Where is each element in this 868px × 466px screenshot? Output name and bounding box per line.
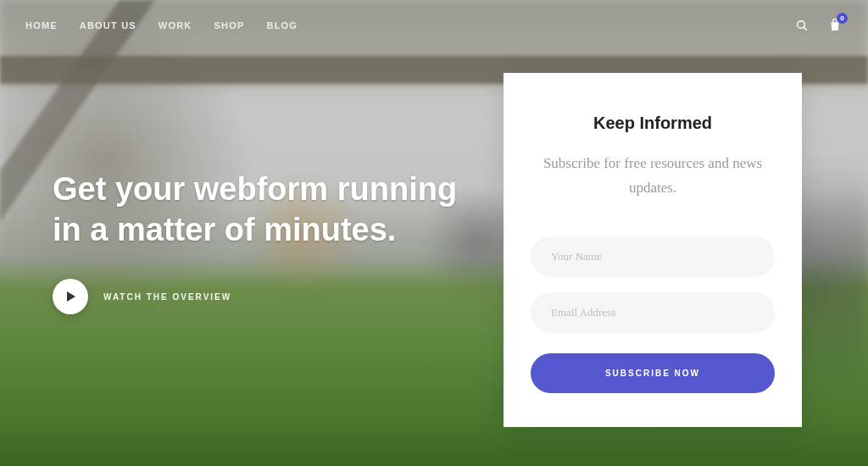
form-title: Keep Informed (531, 114, 775, 133)
hero-title: Get your webform running in a matter of … (53, 169, 493, 250)
nav-item-home[interactable]: HOME (25, 20, 58, 31)
nav-item-blog[interactable]: BLOG (266, 20, 298, 31)
email-field[interactable] (531, 292, 775, 333)
page: HOME ABOUT US WORK SHOP BLOG 0 (0, 0, 868, 466)
nav-item-shop[interactable]: SHOP (214, 20, 245, 31)
svg-line-1 (804, 27, 806, 30)
play-icon (53, 279, 88, 314)
watch-overview-button[interactable]: WATCH THE OVERVIEW (53, 279, 493, 314)
top-nav: HOME ABOUT US WORK SHOP BLOG 0 (0, 0, 868, 51)
cart-badge: 0 (837, 13, 848, 24)
form-subtitle: Subscribe for free resources and news up… (531, 152, 775, 201)
cart-button[interactable]: 0 (827, 18, 843, 33)
nav-list: HOME ABOUT US WORK SHOP BLOG (25, 20, 298, 31)
nav-right: 0 (795, 18, 843, 33)
name-field[interactable] (531, 236, 775, 277)
search-icon[interactable] (795, 19, 809, 32)
hero-section: Get your webform running in a matter of … (53, 169, 493, 314)
subscribe-card: Keep Informed Subscribe for free resourc… (504, 73, 802, 427)
nav-item-work[interactable]: WORK (159, 20, 192, 31)
subscribe-button[interactable]: SUBSCRIBE NOW (531, 353, 775, 393)
watch-overview-label: WATCH THE OVERVIEW (103, 292, 231, 302)
nav-item-about-us[interactable]: ABOUT US (80, 20, 136, 31)
